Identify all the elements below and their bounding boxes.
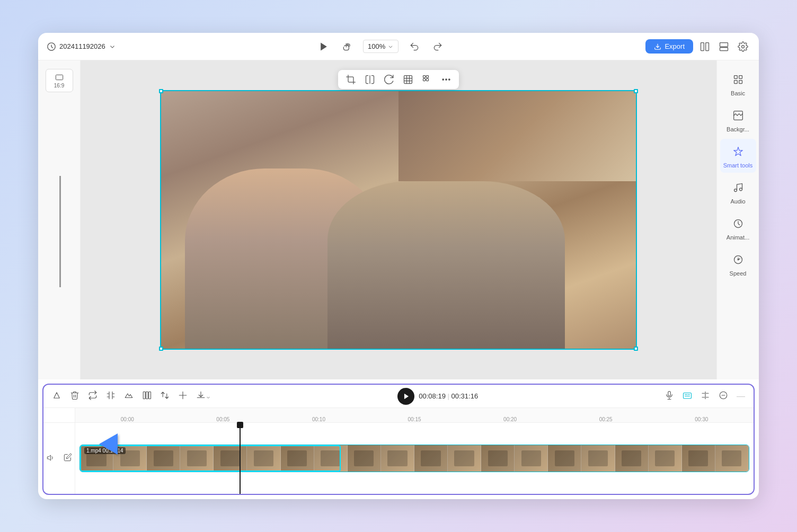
- ellipsis-button[interactable]: [440, 73, 453, 86]
- right-panel-background[interactable]: Backgr...: [720, 103, 756, 137]
- timeline-toolbar: 00:08:19 | 00:31:16: [43, 385, 754, 408]
- delete-button[interactable]: [68, 388, 82, 404]
- track-controls: [43, 423, 75, 494]
- svg-rect-28: [149, 392, 151, 399]
- right-panel-audio[interactable]: Audio: [720, 175, 756, 209]
- undo-button[interactable]: [407, 39, 422, 54]
- thumb-19: [682, 445, 715, 472]
- thumb-14: [515, 445, 548, 472]
- hand-tool-button[interactable]: [340, 39, 355, 54]
- transform-button[interactable]: [402, 73, 414, 86]
- ruler-mark-4: 00:20: [462, 416, 558, 422]
- rotate-button[interactable]: [383, 73, 395, 86]
- thumb-13: [481, 445, 515, 472]
- volume-button[interactable]: [45, 451, 57, 466]
- timeline-tracks[interactable]: 1.mp4 00:16:14: [75, 423, 754, 494]
- svg-rect-2: [701, 42, 704, 50]
- background-label: Backgr...: [727, 126, 749, 132]
- thumb-10: [381, 445, 414, 472]
- video-canvas[interactable]: [81, 60, 716, 379]
- svg-point-22: [739, 188, 742, 191]
- svg-rect-3: [706, 42, 709, 50]
- redo-button[interactable]: [430, 39, 445, 54]
- top-bar-right: Export: [645, 39, 750, 54]
- pencil-button[interactable]: [61, 451, 74, 466]
- right-panel-basic[interactable]: Basic: [720, 67, 756, 101]
- flip-button[interactable]: [364, 73, 376, 86]
- left-panel: 16:9: [38, 60, 81, 379]
- audio-icon: [730, 179, 747, 196]
- project-name[interactable]: 202411192026: [47, 42, 116, 51]
- timeline-play-button[interactable]: [397, 388, 414, 405]
- thumb-7: [281, 445, 314, 472]
- right-panel-smart-tools[interactable]: Smart tools: [720, 139, 756, 173]
- right-panel: Basic Backgr... Smart t: [716, 60, 759, 379]
- svg-rect-4: [720, 42, 728, 47]
- main-content: 16:9: [38, 60, 759, 379]
- svg-point-15: [449, 79, 450, 81]
- export-label: Export: [665, 42, 685, 50]
- svg-point-6: [742, 45, 745, 48]
- thumb-15: [548, 445, 581, 472]
- speed-icon: [730, 251, 747, 268]
- animate-label: Animat...: [727, 234, 749, 241]
- handle-bottom-right[interactable]: [634, 347, 638, 351]
- ruler-marks: 00:00 00:05 00:10 00:15 00:20 00:25 00:3…: [75, 416, 754, 422]
- thumb-16: [581, 445, 615, 472]
- crop-button[interactable]: [344, 73, 357, 86]
- handle-top-left[interactable]: [159, 89, 163, 93]
- timeline-ruler: 00:00 00:05 00:10 00:15 00:20 00:25 00:3…: [75, 408, 754, 423]
- svg-rect-30: [668, 391, 671, 396]
- zoom-select[interactable]: 100%: [363, 40, 398, 53]
- audio-label: Audio: [730, 198, 745, 205]
- microphone-button[interactable]: [662, 388, 676, 404]
- settings-button[interactable]: [736, 39, 750, 54]
- minus-button[interactable]: [716, 388, 730, 404]
- background-icon: [730, 107, 747, 124]
- ruler-mark-2: 00:10: [271, 416, 367, 422]
- split-button[interactable]: [104, 388, 118, 404]
- thumb-6: [247, 445, 280, 472]
- export-button[interactable]: Export: [645, 39, 693, 54]
- mountain-button[interactable]: [122, 388, 136, 404]
- timeline-right: —: [662, 388, 747, 404]
- right-panel-speed[interactable]: Speed: [720, 247, 756, 281]
- ruler-spacer: [43, 408, 75, 423]
- thumb-4: [180, 445, 214, 472]
- project-name-label: 202411192026: [59, 42, 105, 50]
- current-time: 00:08:19 | 00:31:16: [419, 392, 478, 400]
- trim-button[interactable]: [50, 388, 64, 404]
- svg-marker-33: [47, 455, 50, 460]
- layout-button[interactable]: [697, 39, 712, 54]
- split-track-button[interactable]: [698, 388, 712, 404]
- play-button[interactable]: [316, 39, 331, 54]
- playhead[interactable]: [240, 423, 241, 494]
- handle-bottom-left[interactable]: [159, 347, 163, 351]
- split-view-button[interactable]: [716, 39, 731, 54]
- svg-rect-8: [404, 76, 412, 84]
- svg-rect-26: [143, 392, 145, 399]
- more-options-button[interactable]: [421, 73, 433, 86]
- thumb-9: [348, 445, 381, 472]
- app-container: 202411192026 100%: [38, 33, 759, 499]
- thumbnail-strip: [80, 445, 749, 472]
- smart-tools-icon: [730, 143, 747, 160]
- timeline-main: 00:00 00:05 00:10 00:15 00:20 00:25 00:3…: [75, 408, 754, 494]
- arrows-button[interactable]: [158, 388, 172, 404]
- ruler-mark-0: 00:00: [79, 416, 175, 422]
- svg-point-13: [442, 79, 444, 81]
- svg-rect-31: [684, 393, 692, 398]
- columns-button[interactable]: [140, 388, 154, 404]
- timeline-section: 00:08:19 | 00:31:16: [42, 384, 755, 495]
- aspect-ratio-button[interactable]: 16:9: [46, 69, 73, 92]
- loop-button[interactable]: [86, 388, 100, 404]
- handle-top-right[interactable]: [634, 89, 638, 93]
- thumb-8: [314, 445, 348, 472]
- cut-button[interactable]: [176, 388, 190, 404]
- download-button[interactable]: [194, 388, 213, 404]
- caption-button[interactable]: [680, 388, 694, 404]
- timeline-body: 00:00 00:05 00:10 00:15 00:20 00:25 00:3…: [43, 408, 754, 494]
- ruler-mark-3: 00:15: [367, 416, 463, 422]
- right-panel-animate[interactable]: Animat...: [720, 211, 756, 245]
- top-bar-center: 100%: [120, 39, 642, 54]
